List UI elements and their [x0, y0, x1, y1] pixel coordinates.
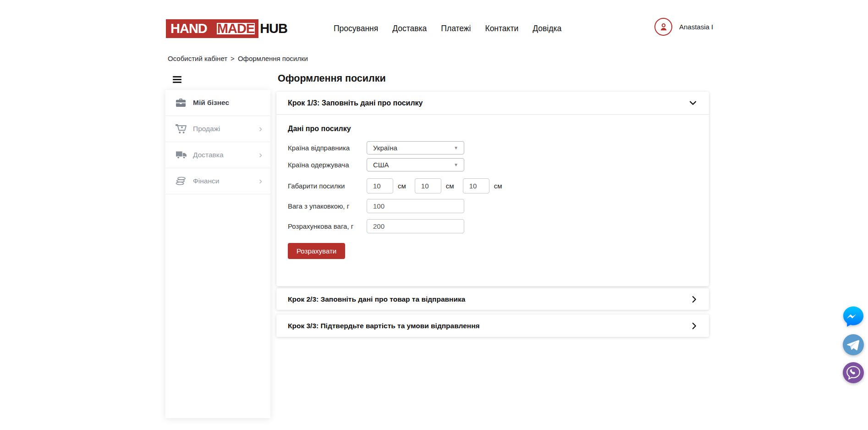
person-icon — [658, 22, 669, 33]
sidebar-item-finance[interactable]: Фінанси › — [165, 168, 270, 194]
recipient-country-value: США — [373, 161, 389, 169]
sidebar-item-my-business[interactable]: Мій бізнес — [165, 90, 270, 116]
unit-cm: см — [446, 182, 454, 190]
step3-accordion-header[interactable]: Крок 3/3: Підтвердьте вартість та умови … — [276, 314, 709, 337]
cart-icon — [176, 124, 187, 134]
calculate-button[interactable]: Розрахувати — [288, 243, 345, 259]
sidebar-item-sales[interactable]: Продажі › — [165, 116, 270, 142]
sidebar: Мій бізнес Продажі › — [165, 90, 270, 418]
main-nav: Просування Доставка Платежі Контакти Дов… — [334, 19, 561, 38]
breadcrumb-current: Оформлення посилки — [238, 55, 308, 62]
briefcase-icon — [176, 98, 187, 107]
nav-item-help[interactable]: Довідка — [533, 24, 561, 33]
sidebar-item-delivery[interactable]: Доставка › — [165, 142, 270, 168]
form-heading: Дані про посилку — [288, 125, 698, 133]
sidebar-toggle-icon[interactable] — [173, 76, 181, 83]
chevron-right-icon[interactable] — [692, 296, 697, 303]
unit-cm: см — [494, 182, 502, 190]
dropdown-arrow-icon: ▼ — [454, 162, 458, 167]
chevron-right-icon[interactable] — [692, 322, 697, 330]
calc-weight-input[interactable] — [367, 219, 464, 233]
nav-item-contacts[interactable]: Контакти — [485, 24, 518, 33]
sender-country-value: Україна — [373, 144, 397, 152]
recipient-country-label: Країна одержувача — [288, 161, 367, 169]
sidebar-item-label: Продажі — [193, 125, 259, 133]
unit-cm: см — [398, 182, 406, 190]
sender-country-label: Країна відправника — [288, 144, 367, 152]
dropdown-arrow-icon: ▼ — [454, 145, 458, 150]
dimensions-label: Габарити посилки — [288, 182, 367, 190]
sender-country-row: Країна відправника Україна ▼ — [288, 141, 698, 154]
breadcrumb: Особистий кабінет > Оформлення посилки — [168, 55, 308, 62]
sidebar-item-label: Фінанси — [193, 177, 259, 185]
step1-accordion-header[interactable]: Крок 1/3: Заповніть дані про посилку — [276, 92, 709, 115]
handmadehub-logo[interactable]: HAND MADE HUB — [166, 19, 287, 38]
messenger-icon[interactable] — [842, 305, 865, 328]
recipient-country-row: Країна одержувача США ▼ — [288, 158, 698, 171]
sidebar-item-label: Мій бізнес — [193, 99, 262, 107]
dimension-width-input[interactable] — [415, 178, 441, 193]
user-menu[interactable]: Anastasia I — [654, 18, 713, 36]
sidebar-item-label: Доставка — [193, 151, 259, 159]
truck-icon — [176, 151, 187, 160]
step1-body: Дані про посилку Країна відправника Укра… — [276, 115, 709, 259]
recipient-country-select[interactable]: США ▼ — [367, 158, 464, 171]
step2-title: Крок 2/3: Заповніть дані про товар та ві… — [288, 295, 465, 303]
page: HAND MADE HUB Просування Доставка Платеж… — [0, 0, 868, 430]
dimension-height-input[interactable] — [463, 178, 489, 193]
nav-item-promotion[interactable]: Просування — [334, 24, 378, 33]
chevron-down-icon[interactable] — [689, 101, 697, 105]
breadcrumb-separator: > — [231, 55, 235, 62]
telegram-icon[interactable] — [842, 333, 865, 356]
viber-icon[interactable] — [842, 361, 865, 384]
social-stack — [842, 305, 865, 384]
sender-country-select[interactable]: Україна ▼ — [367, 141, 464, 154]
user-name: Anastasia I — [679, 23, 713, 31]
weight-input[interactable] — [367, 199, 464, 213]
step2-accordion-header[interactable]: Крок 2/3: Заповніть дані про товар та ві… — [276, 288, 709, 310]
nav-item-delivery[interactable]: Доставка — [392, 24, 427, 33]
dimension-length-input[interactable] — [367, 178, 393, 193]
page-title: Оформлення посилки — [278, 73, 386, 84]
weight-row: Вага з упаковкою, г — [288, 199, 698, 213]
weight-label: Вага з упаковкою, г — [288, 202, 367, 210]
dimensions-row: Габарити посилки см см см — [288, 178, 698, 193]
chevron-right-icon: › — [259, 123, 262, 133]
step1-card: Крок 1/3: Заповніть дані про посилку Дан… — [276, 92, 709, 286]
breadcrumb-home[interactable]: Особистий кабінет — [168, 55, 227, 62]
coins-icon — [176, 176, 187, 186]
chevron-right-icon: › — [259, 149, 262, 159]
step1-title: Крок 1/3: Заповніть дані про посилку — [288, 99, 423, 107]
calc-weight-row: Розрахункова вага, г — [288, 219, 698, 233]
logo-hub: HUB — [258, 19, 287, 38]
calc-weight-label: Розрахункова вага, г — [288, 222, 367, 230]
chevron-right-icon: › — [259, 176, 262, 185]
logo-hand: HAND — [166, 19, 211, 38]
logo-made: MADE — [215, 21, 257, 36]
step3-title: Крок 3/3: Підтвердьте вартість та умови … — [288, 322, 480, 330]
nav-item-payments[interactable]: Платежі — [441, 24, 471, 33]
user-avatar-icon[interactable] — [654, 18, 672, 36]
